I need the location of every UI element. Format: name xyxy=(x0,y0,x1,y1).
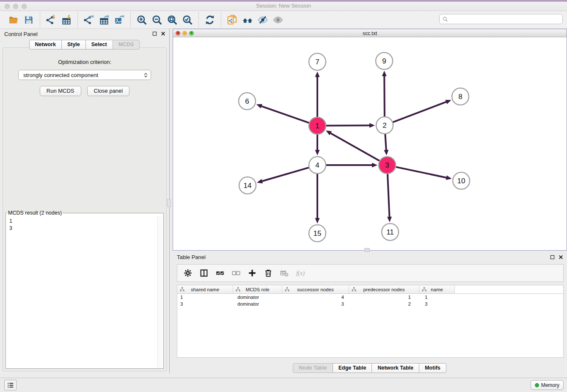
new-column-icon[interactable] xyxy=(245,267,259,279)
svg-text:15: 15 xyxy=(314,229,322,237)
graph-edge-1-4[interactable] xyxy=(315,135,320,155)
first-neighbors-icon[interactable] xyxy=(240,13,255,27)
table-options-icon[interactable] xyxy=(181,267,195,279)
svg-text:9: 9 xyxy=(382,57,386,65)
graph-edge-2-3[interactable] xyxy=(384,134,388,155)
open-session-icon[interactable] xyxy=(6,13,21,27)
network-close-button[interactable]: ✕ xyxy=(176,31,180,36)
zoom-out-icon[interactable] xyxy=(149,13,165,27)
float-panel-icon[interactable] xyxy=(152,31,157,36)
table-tab-motifs[interactable]: Motifs xyxy=(419,363,446,373)
column-header-MCDS-role[interactable]: MCDS role xyxy=(233,285,282,293)
mcds-result-box: MCDS result (2 nodes) 13 xyxy=(6,210,164,369)
mcds-result-scrollbar[interactable] xyxy=(157,216,163,368)
deselect-all-columns-icon[interactable] xyxy=(229,267,243,279)
network-minimize-button[interactable]: – xyxy=(182,31,187,36)
horizontal-splitter-grip[interactable] xyxy=(364,248,370,252)
table-tab-edge-table[interactable]: Edge Table xyxy=(333,363,372,373)
graph-edge-1-6[interactable] xyxy=(256,104,309,123)
table-panel: Table Panel f(x) shared nameMCDS rolesuc… xyxy=(173,252,567,378)
network-canvas[interactable]: 7968124314101511 xyxy=(173,37,567,250)
column-header-predecessor-nodes[interactable]: predecessor nodes xyxy=(349,285,419,293)
graph-node-14[interactable]: 14 xyxy=(239,177,256,194)
hide-selected-icon[interactable] xyxy=(255,13,270,27)
graph-node-15[interactable]: 15 xyxy=(309,225,326,242)
graph-node-11[interactable]: 11 xyxy=(382,224,399,240)
cytoscape-window: Session: New Session Control Panel Netwo… xyxy=(0,0,567,392)
table-cell[interactable]: 1 xyxy=(349,294,419,301)
table-cell[interactable]: 3 xyxy=(177,301,233,307)
graph-edge-1-2[interactable] xyxy=(326,123,375,128)
export-network-icon[interactable] xyxy=(81,13,96,27)
column-header-successor-nodes[interactable]: successor nodes xyxy=(282,285,349,293)
graph-edge-2-8[interactable] xyxy=(393,100,451,122)
task-history-button[interactable] xyxy=(4,380,17,390)
graph-edge-4-15[interactable] xyxy=(315,174,320,224)
graph-node-7[interactable]: 7 xyxy=(309,53,326,70)
column-header-shared-name[interactable]: shared name xyxy=(177,285,233,293)
table-cell[interactable]: 4 xyxy=(282,294,349,301)
table-row[interactable]: 1dominator411 xyxy=(177,294,563,301)
graph-node-3[interactable]: 3 xyxy=(379,157,396,174)
run-mcds-button[interactable]: Run MCDS xyxy=(40,86,81,96)
svg-text:7: 7 xyxy=(315,58,319,66)
table-cell[interactable]: 1 xyxy=(419,294,455,301)
network-from-selection-icon[interactable] xyxy=(225,13,240,27)
import-table-icon[interactable] xyxy=(59,13,74,27)
table-tab-network-table[interactable]: Network Table xyxy=(372,363,419,373)
graph-edge-3-11[interactable] xyxy=(387,174,392,222)
export-table-icon[interactable] xyxy=(96,13,112,27)
graph-node-8[interactable]: 8 xyxy=(452,88,469,105)
criterion-select[interactable]: strongly connected component xyxy=(18,70,151,80)
svg-text:3: 3 xyxy=(385,161,389,169)
graph-edge-1-7[interactable] xyxy=(315,72,320,117)
show-columns-icon[interactable] xyxy=(197,267,211,279)
export-image-icon[interactable] xyxy=(112,13,127,27)
tab-mcds: MCDS xyxy=(113,40,140,50)
column-header-name[interactable]: name xyxy=(419,285,455,293)
close-panel-button[interactable]: Close panel xyxy=(87,86,130,96)
zoom-in-icon[interactable] xyxy=(134,13,149,27)
search-input[interactable] xyxy=(450,16,560,22)
graph-edge-3-10[interactable] xyxy=(396,167,452,180)
table-cell[interactable]: 1 xyxy=(177,294,233,301)
table-cell[interactable]: 2 xyxy=(349,301,419,307)
graph-node-2[interactable]: 2 xyxy=(376,117,393,134)
table-toolbar: f(x) xyxy=(177,264,564,282)
table-cell[interactable]: 3 xyxy=(419,301,455,307)
close-table-panel-icon[interactable] xyxy=(558,254,564,260)
graph-node-4[interactable]: 4 xyxy=(309,157,326,174)
tab-style[interactable]: Style xyxy=(61,40,86,50)
graph-node-10[interactable]: 10 xyxy=(453,172,470,189)
save-session-icon[interactable] xyxy=(21,13,36,27)
delete-table-icon xyxy=(277,267,292,279)
search-box[interactable] xyxy=(439,14,563,24)
zoom-fit-icon[interactable] xyxy=(165,13,180,27)
table-row[interactable]: 3dominator323 xyxy=(177,301,563,307)
node-table: shared nameMCDS rolesuccessor nodesprede… xyxy=(177,285,564,358)
table-cell[interactable]: dominator xyxy=(233,294,282,301)
select-all-columns-icon[interactable] xyxy=(213,267,227,279)
apply-layout-icon[interactable] xyxy=(202,13,217,27)
graph-node-9[interactable]: 9 xyxy=(376,52,393,69)
import-network-icon[interactable] xyxy=(44,13,59,27)
graph-node-6[interactable]: 6 xyxy=(239,93,256,110)
tab-select[interactable]: Select xyxy=(85,40,113,50)
optimization-criterion-label: Optimization criterion: xyxy=(3,59,166,65)
network-maximize-button[interactable]: + xyxy=(189,31,194,36)
memory-button[interactable]: Memory xyxy=(531,380,564,390)
tab-network[interactable]: Network xyxy=(29,40,62,50)
table-cell[interactable]: 3 xyxy=(282,301,349,307)
close-panel-icon[interactable] xyxy=(160,31,166,36)
graph-edge-4-3[interactable] xyxy=(326,163,377,168)
delete-columns-icon[interactable] xyxy=(261,267,275,279)
float-table-panel-icon[interactable] xyxy=(550,254,555,260)
graph-edge-3-1[interactable] xyxy=(326,130,380,160)
graph-edge-2-9[interactable] xyxy=(382,71,387,116)
graph-edge-4-14[interactable] xyxy=(257,168,309,183)
table-cell[interactable]: dominator xyxy=(233,301,282,307)
vertical-splitter-grip[interactable] xyxy=(167,199,171,207)
zoom-selected-icon[interactable] xyxy=(180,13,195,27)
column-type-icon xyxy=(351,287,357,292)
graph-node-1[interactable]: 1 xyxy=(309,117,326,134)
